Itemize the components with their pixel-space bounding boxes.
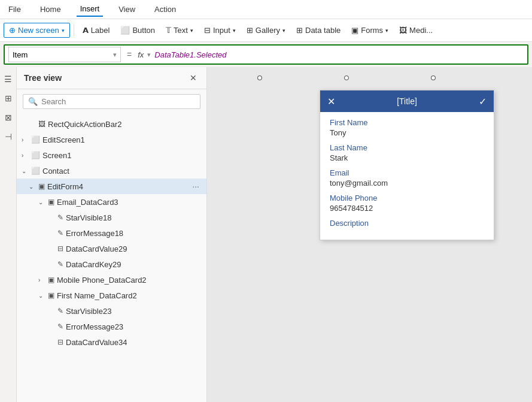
- canvas-area[interactable]: ✕ [Title] ✓ First Name Tony Last Name St…: [207, 67, 532, 402]
- field-firstname: First Name Tony: [330, 118, 484, 137]
- gallery-button[interactable]: ⊞ Gallery ▾: [242, 23, 290, 37]
- expand-arrow-mobiledc-icon: ›: [38, 277, 45, 283]
- node-icon-dcv34: ⊟: [57, 338, 63, 346]
- node-icon-sv23: ✎: [57, 307, 63, 315]
- label-icon: 𝗔: [83, 26, 89, 35]
- formula-value-text: DataTable1.Selected: [154, 50, 226, 59]
- field-value-email: tony@gmail.com: [330, 179, 484, 188]
- tree-node-datacardvalue29[interactable]: ⊟ DataCardValue29: [17, 241, 206, 256]
- field-description: Description: [330, 219, 484, 228]
- node-label-sv18: StarVisible18: [66, 213, 202, 222]
- menu-insert[interactable]: Insert: [77, 2, 104, 17]
- expand-arrow-emaildc-icon: ⌄: [38, 199, 45, 205]
- field-label-firstname: First Name: [330, 118, 484, 127]
- field-value-lastname: Stark: [330, 153, 484, 162]
- formula-fx-label: fx: [138, 50, 144, 59]
- menu-file[interactable]: File: [5, 2, 25, 16]
- node-icon-editform4: ▣: [38, 182, 45, 191]
- node-icon-sv18: ✎: [57, 213, 63, 222]
- toolbar: ⊕ New screen ▾ 𝗔 Label ⬜ Button 𝕋 Text ▾…: [0, 19, 532, 42]
- new-screen-icon: ⊕: [9, 26, 16, 35]
- tree-node-firstname-datacard2[interactable]: ⌄ ▣ First Name_DataCard2: [17, 288, 206, 303]
- data-icon[interactable]: ⊠: [1, 110, 16, 125]
- field-value-mobile: 9654784512: [330, 204, 484, 213]
- resize-handle-mr[interactable]: [431, 75, 436, 80]
- node-icon-mobiledc: ▣: [48, 276, 54, 284]
- node-label-em23: ErrorMessage23: [66, 322, 202, 331]
- hamburger-icon[interactable]: ☰: [1, 72, 16, 86]
- node-label-dcv34: DataCardValue34: [66, 338, 202, 347]
- field-label-description: Description: [330, 219, 484, 228]
- field-email: Email tony@gmail.com: [330, 168, 484, 188]
- text-button[interactable]: 𝕋 Text ▾: [161, 23, 198, 37]
- expand-arrow-contact-icon: ⌄: [22, 168, 29, 174]
- label-button[interactable]: 𝗔 Label: [78, 23, 115, 37]
- tree-node-rectquick[interactable]: 🖼 RectQuickActionBar2: [17, 116, 206, 132]
- menu-home[interactable]: Home: [37, 2, 65, 16]
- tree-node-contact[interactable]: ⌄ ⬜ Contact: [17, 163, 206, 179]
- resize-handle-bc[interactable]: [344, 75, 349, 80]
- menu-bar: File Home Insert View Action: [0, 0, 532, 19]
- new-screen-button[interactable]: ⊕ New screen ▾: [4, 23, 70, 38]
- tree-node-screen1[interactable]: › ⬜ Screen1: [17, 147, 206, 163]
- resize-handle-ml[interactable]: [257, 75, 262, 80]
- field-lastname: Last Name Stark: [330, 143, 484, 162]
- form-close-button[interactable]: ✕: [327, 96, 335, 107]
- node-label-editform4: EditForm4: [47, 182, 187, 191]
- field-value-firstname: Tony: [330, 128, 484, 137]
- forms-button[interactable]: ▣ Forms ▾: [346, 23, 393, 37]
- field-mobile: Mobile Phone 9654784512: [330, 194, 484, 213]
- tree-node-datacardvalue34[interactable]: ⊟ DataCardValue34: [17, 334, 206, 350]
- tree-node-editform4[interactable]: ⌄ ▣ EditForm4 ···: [17, 179, 206, 194]
- tree-view-title: Tree view: [24, 73, 62, 83]
- tools-icon[interactable]: ⊣: [1, 129, 16, 144]
- input-button[interactable]: ⊟ Input ▾: [199, 23, 241, 37]
- node-icon-em23: ✎: [57, 322, 63, 331]
- editform4-more-icon[interactable]: ···: [190, 182, 202, 191]
- menu-action[interactable]: Action: [151, 2, 180, 16]
- data-table-button[interactable]: ⊞ Data table: [291, 23, 345, 37]
- tree-node-errormessage23[interactable]: ✎ ErrorMessage23: [17, 319, 206, 334]
- tree-node-editscreen1[interactable]: › ⬜ EditScreen1: [17, 132, 206, 147]
- node-label-emaildc: Email_DataCard3: [57, 198, 202, 207]
- tree-node-starvisible18[interactable]: ✎ StarVisible18: [17, 210, 206, 225]
- name-box[interactable]: ▾: [8, 47, 121, 62]
- tree-node-datacardkey29[interactable]: ✎ DataCardKey29: [17, 256, 206, 272]
- node-icon-dck29: ✎: [57, 260, 63, 268]
- name-input[interactable]: [13, 50, 113, 59]
- tree-search-input[interactable]: [41, 97, 195, 106]
- tree-node-errormessage18[interactable]: ✎ ErrorMessage18: [17, 225, 206, 241]
- main-area: ☰ ⊞ ⊠ ⊣ Tree view ✕ 🔍 🖼 RectQuickActionB…: [0, 67, 532, 402]
- expand-arrow-editform4-icon: ⌄: [29, 183, 36, 190]
- tree-node-starvisible23[interactable]: ✎ StarVisible23: [17, 303, 206, 319]
- node-icon-screen1: ⬜: [31, 151, 40, 159]
- input-icon: ⊟: [204, 26, 211, 35]
- node-label-screen1: Screen1: [42, 151, 202, 160]
- media-button[interactable]: 🖼 Medi...: [394, 23, 437, 37]
- form-confirm-button[interactable]: ✓: [479, 96, 487, 107]
- node-label-mobiledc: Mobile Phone_DataCard2: [57, 276, 202, 285]
- tree-body: 🖼 RectQuickActionBar2 › ⬜ EditScreen1 › …: [17, 114, 206, 402]
- search-icon: 🔍: [28, 97, 38, 106]
- tree-search-box[interactable]: 🔍: [23, 94, 200, 109]
- tree-close-button[interactable]: ✕: [187, 72, 199, 84]
- text-chevron-icon: ▾: [190, 28, 193, 34]
- menu-view[interactable]: View: [115, 2, 139, 16]
- form-header: ✕ [Title] ✓: [320, 90, 494, 112]
- field-label-lastname: Last Name: [330, 143, 484, 152]
- node-icon-editscreen1: ⬜: [31, 135, 40, 144]
- tree-node-email-datacard3[interactable]: ⌄ ▣ Email_DataCard3: [17, 194, 206, 210]
- layers-icon[interactable]: ⊞: [1, 91, 16, 105]
- node-icon-rectquick: 🖼: [38, 120, 45, 128]
- tree-view-header: Tree view ✕: [17, 67, 206, 89]
- node-icon-firstdc: ▣: [48, 291, 54, 300]
- form-title-text: [Title]: [397, 96, 417, 106]
- expand-arrow-editscreen1-icon: ›: [22, 137, 29, 143]
- tree-node-mobile-datacard2[interactable]: › ▣ Mobile Phone_DataCard2: [17, 272, 206, 288]
- button-button[interactable]: ⬜ Button: [115, 23, 160, 37]
- node-label-rectquick: RectQuickActionBar2: [48, 120, 202, 129]
- toolbar-separator-1: [74, 25, 74, 37]
- name-box-chevron-icon: ▾: [113, 51, 117, 59]
- text-icon: 𝕋: [166, 26, 171, 35]
- node-label-dcv29: DataCardValue29: [66, 244, 202, 253]
